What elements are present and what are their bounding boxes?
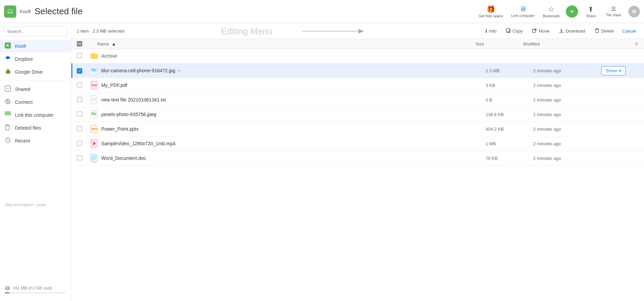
- sidebar-item-google-drive[interactable]: Google Drive: [0, 65, 71, 78]
- rename-pencil-icon[interactable]: ✏: [177, 68, 181, 73]
- size-column-header: Size: [475, 41, 523, 46]
- sidebar-item-deleted-files-label: Deleted files: [15, 125, 41, 131]
- table-row[interactable]: new text file 202101061341.txt 0 B 2 min…: [71, 93, 644, 107]
- delete-button[interactable]: Delete: [591, 26, 618, 36]
- info-button[interactable]: ℹ Info: [481, 26, 501, 36]
- sidebar-item-connect-label: Connect: [15, 99, 33, 105]
- pdf-file-icon: PDF: [90, 80, 99, 90]
- share-dropdown-icon: ▾: [619, 68, 621, 73]
- table-row[interactable]: Word_Document.doc 70 KB 2 minutes ago: [71, 151, 644, 166]
- storage-bar: [5, 292, 10, 294]
- image-file-icon-pexels: [90, 109, 99, 119]
- topbar-actions: 🎁 Get free space 🖥 Link computer ☆ Bookm…: [475, 3, 640, 20]
- clock-icon: [5, 137, 12, 145]
- checkbox-pexels[interactable]: [77, 111, 82, 117]
- get-free-space-button[interactable]: 🎁 Get free space: [475, 3, 506, 20]
- table-row[interactable]: Archive: [71, 49, 644, 63]
- text-file-icon: [90, 95, 99, 105]
- svg-rect-12: [9, 112, 11, 113]
- sidebar-divider: [0, 80, 71, 81]
- svg-rect-15: [9, 114, 11, 115]
- tile-view-button[interactable]: ☰ Tile View: [603, 4, 624, 19]
- checkbox-mp4[interactable]: [77, 140, 82, 146]
- delete-label: Delete: [601, 29, 614, 34]
- sidebar-item-koofr[interactable]: K Koofr: [0, 40, 71, 53]
- file-name-pexels: pexels-photo-935756.jpeg: [101, 112, 486, 117]
- folder-icon: [90, 51, 99, 61]
- search-input[interactable]: [3, 26, 68, 36]
- koofr-icon: K: [5, 42, 12, 50]
- brand-name: Koofr: [20, 9, 31, 14]
- link-computer-label: Link computer: [511, 14, 535, 18]
- pptx-file-icon: PPTX: [90, 124, 99, 134]
- sidebar-item-link-computer[interactable]: Link this computer: [0, 109, 71, 121]
- checkbox-pptx[interactable]: [77, 126, 82, 131]
- delete-icon: [595, 28, 599, 34]
- sidebar-item-recent[interactable]: Recent: [0, 134, 71, 147]
- row-checkbox-archive[interactable]: [77, 53, 87, 59]
- svg-rect-13: [5, 114, 6, 115]
- sort-asc-icon: ▲: [111, 41, 116, 46]
- svg-marker-21: [359, 29, 364, 34]
- bookmark-label: Bookmark: [543, 14, 560, 18]
- user-avatar[interactable]: M: [628, 6, 640, 17]
- copy-button[interactable]: Copy: [502, 26, 527, 36]
- table-row[interactable]: pexels-photo-935756.jpeg 138.6 KB 2 minu…: [71, 107, 644, 122]
- dropbox-icon: [5, 55, 12, 63]
- file-name-pdf: My_PDF.pdf: [101, 82, 486, 88]
- download-icon: [559, 28, 564, 34]
- add-button[interactable]: +: [566, 5, 578, 18]
- move-button[interactable]: Move: [528, 26, 554, 36]
- svg-text:PPTX: PPTX: [91, 128, 98, 130]
- word-file-icon: [90, 153, 99, 163]
- svg-point-39: [92, 112, 93, 114]
- svg-rect-11: [7, 112, 8, 113]
- info-label: Info: [489, 29, 497, 34]
- video-file-icon: [90, 138, 99, 149]
- copy-label: Copy: [512, 29, 523, 34]
- indeterminate-checkbox[interactable]: [77, 41, 82, 46]
- sidebar-item-koofr-label: Koofr: [15, 43, 26, 49]
- checkbox-blur-jpg[interactable]: [77, 68, 82, 74]
- help-legal: Help and support · Legal: [5, 203, 66, 207]
- selection-info: 1 item · 2.3 MB selected: [77, 29, 124, 34]
- svg-rect-23: [506, 29, 509, 32]
- link-computer-button[interactable]: 🖥 Link computer: [508, 3, 538, 20]
- cancel-button[interactable]: Cancel: [620, 26, 639, 36]
- sidebar: K Koofr Dropbox Google Drive Shared: [0, 23, 71, 301]
- share-file-button[interactable]: Share ▾: [601, 66, 626, 75]
- copy-icon: [506, 28, 511, 34]
- refresh-icon[interactable]: ↻: [628, 41, 639, 46]
- plus-icon: +: [570, 7, 574, 16]
- share-topbar-button[interactable]: ⬆ Share: [581, 3, 601, 20]
- sidebar-item-connect[interactable]: Connect: [0, 96, 71, 109]
- editing-menu-annotation: Editing Menu: [221, 26, 273, 36]
- storage-section: 161 MB of 2 GB used: [0, 282, 71, 298]
- sidebar-item-dropbox[interactable]: Dropbox: [0, 53, 71, 65]
- table-row[interactable]: blur-camera-cell-phone-916472.jpg ✏ 2.3 …: [71, 63, 644, 78]
- file-name-mp4: SampleVideo_1280x720_1mb.mp4: [101, 141, 486, 146]
- table-row[interactable]: PPTX Power_Point.pptx 404.2 KB 2 minutes…: [71, 122, 644, 136]
- table-row[interactable]: SampleVideo_1280x720_1mb.mp4 1 MB 2 minu…: [71, 136, 644, 151]
- file-name-archive: Archive: [101, 53, 486, 59]
- checkbox-pdf[interactable]: [77, 82, 82, 88]
- move-label: Move: [539, 29, 550, 34]
- table-row[interactable]: PDF My_PDF.pdf 3 KB 2 minutes ago: [71, 78, 644, 93]
- link-computer-sidebar-icon: [5, 111, 12, 119]
- select-all-checkbox[interactable]: [77, 41, 87, 46]
- checkbox-txt[interactable]: [77, 97, 82, 102]
- row-checkbox-blur-jpg[interactable]: [77, 68, 87, 74]
- sidebar-item-dropbox-label: Dropbox: [15, 56, 33, 62]
- bookmark-button[interactable]: ☆ Bookmark: [539, 3, 563, 20]
- checkbox-archive[interactable]: [77, 53, 82, 58]
- name-column-header[interactable]: Name ▲: [97, 41, 475, 46]
- image-file-icon: [90, 65, 99, 76]
- checkbox-doc[interactable]: [77, 155, 82, 161]
- toolbar: 1 item · 2.3 MB selected Editing Menu ℹ …: [71, 23, 644, 39]
- editing-arrow-icon: [302, 26, 370, 36]
- sidebar-footer: Help and support · Legal: [0, 199, 71, 231]
- sidebar-item-shared[interactable]: Shared: [0, 83, 71, 96]
- download-button[interactable]: Download: [555, 26, 589, 36]
- logo-icon: 🗂: [4, 5, 16, 18]
- sidebar-item-deleted-files[interactable]: Deleted files: [0, 121, 71, 134]
